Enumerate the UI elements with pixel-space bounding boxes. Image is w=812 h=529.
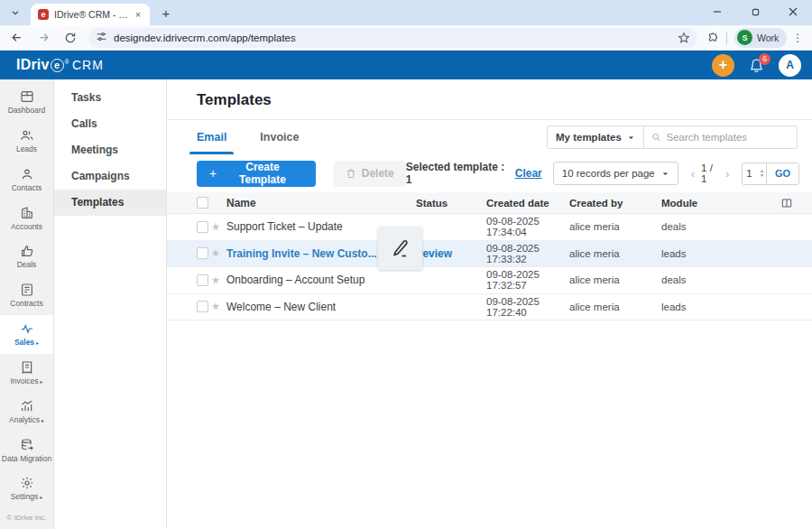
- pen-icon: [390, 237, 411, 259]
- browser-tab-strip: e IDrive® CRM - Templates × +: [0, 0, 812, 25]
- template-name[interactable]: Welcome – New Client: [226, 301, 416, 313]
- submenu-item-templates[interactable]: Templates: [54, 190, 166, 216]
- column-header-status[interactable]: Status: [416, 198, 486, 209]
- next-page-icon[interactable]: ›: [725, 167, 729, 181]
- sidebar-item-deals[interactable]: Deals: [0, 237, 53, 276]
- row-checkbox[interactable]: [197, 301, 208, 312]
- delete-button[interactable]: Delete: [334, 161, 406, 187]
- prev-page-icon[interactable]: ‹: [691, 167, 695, 181]
- goto-page-control: ▲▼ GO: [742, 162, 799, 185]
- created-by: alice meria: [569, 221, 661, 232]
- sales-submenu: Tasks Calls Meetings Campaigns Templates: [54, 79, 167, 529]
- favorite-star-icon[interactable]: ★: [211, 301, 226, 312]
- window-controls: [698, 0, 812, 23]
- page-title: Templates: [167, 79, 812, 120]
- module: deals: [661, 221, 759, 232]
- extensions-icon[interactable]: [706, 32, 719, 44]
- select-all-checkbox[interactable]: [197, 197, 208, 209]
- records-per-page-dropdown[interactable]: 10 records per page: [553, 162, 678, 185]
- tab-email[interactable]: Email: [197, 120, 226, 154]
- url-text[interactable]: designdev.idrivecrm.com/app/templates: [114, 32, 678, 43]
- submenu-item-meetings[interactable]: Meetings: [54, 137, 166, 163]
- column-header-module[interactable]: Module: [661, 198, 759, 209]
- user-avatar[interactable]: A: [779, 54, 801, 77]
- forward-icon[interactable]: [32, 27, 54, 49]
- clear-selection-link[interactable]: Clear: [515, 167, 542, 180]
- row-checkbox[interactable]: [197, 221, 208, 233]
- browser-profile-button[interactable]: S Work: [734, 28, 787, 48]
- column-header-created-by[interactable]: Created by: [569, 198, 661, 209]
- app-header: IDrive®CRM + 6 A: [0, 51, 812, 79]
- sales-icon: [20, 321, 34, 336]
- create-template-button[interactable]: + Create Template: [197, 161, 316, 187]
- sidebar-item-settings[interactable]: Settings▸: [0, 469, 53, 508]
- submenu-arrow-icon: ▸: [41, 379, 43, 385]
- reload-icon[interactable]: [60, 27, 81, 49]
- idrive-crm-logo: IDrive®CRM: [16, 57, 104, 73]
- favorite-star-icon[interactable]: ★: [211, 221, 226, 233]
- table-row[interactable]: ★ Support Ticket – Update 09-08-2025 17:…: [167, 214, 812, 241]
- quick-add-button[interactable]: +: [712, 54, 734, 77]
- sidebar-item-contacts[interactable]: Contacts: [0, 161, 53, 200]
- table-row[interactable]: ★ Welcome – New Client 09-08-2025 17:22:…: [167, 294, 812, 321]
- window-minimize-button[interactable]: [698, 0, 736, 23]
- tab-close-icon[interactable]: ×: [132, 8, 144, 21]
- module: leads: [661, 302, 759, 312]
- row-checkbox[interactable]: [197, 247, 208, 259]
- copyright-text: © IDrive Inc.: [0, 508, 53, 529]
- created-date: 09-08-2025 17:34:04: [486, 216, 569, 237]
- created-by: alice meria: [569, 274, 661, 285]
- number-spinner-icons[interactable]: ▲▼: [760, 169, 764, 178]
- dashboard-icon: [20, 89, 34, 104]
- created-by: alice meria: [569, 248, 661, 259]
- sidebar-item-dashboard[interactable]: Dashboard: [0, 83, 53, 122]
- back-icon[interactable]: [5, 27, 27, 49]
- logo-text: IDriv: [16, 57, 50, 73]
- column-header-name[interactable]: Name: [226, 197, 416, 209]
- created-date: 09-08-2025 17:33:32: [486, 243, 569, 264]
- browser-tab-active[interactable]: e IDrive® CRM - Templates ×: [31, 4, 150, 25]
- window-close-button[interactable]: [774, 0, 812, 23]
- sidebar-item-sales[interactable]: Sales▸: [0, 315, 53, 354]
- new-tab-button[interactable]: +: [155, 2, 177, 23]
- search-input[interactable]: [667, 132, 789, 143]
- table-row-selected[interactable]: ★ Training Invite – New Custo... Preview…: [167, 241, 812, 268]
- submenu-item-tasks[interactable]: Tasks: [54, 85, 166, 111]
- template-name[interactable]: Onboarding – Account Setup: [226, 274, 416, 286]
- module: leads: [661, 248, 759, 259]
- created-date: 09-08-2025 17:22:40: [486, 296, 569, 318]
- address-bar[interactable]: designdev.idrivecrm.com/app/templates: [88, 28, 697, 48]
- favorite-star-icon[interactable]: ★: [211, 274, 226, 286]
- filter-search-group: My templates: [547, 125, 798, 149]
- sidebar-item-contracts[interactable]: Contracts: [0, 276, 53, 315]
- sidebar-item-data-migration[interactable]: Data Migration: [0, 431, 53, 469]
- search-icon: [651, 132, 661, 143]
- template-filter-dropdown[interactable]: My templates: [548, 126, 644, 148]
- sidebar-item-invoices[interactable]: Invoices▸: [0, 354, 53, 393]
- site-info-icon[interactable]: [96, 31, 107, 45]
- sidebar-item-analytics[interactable]: Analytics▸: [0, 393, 53, 432]
- row-checkbox[interactable]: [197, 274, 208, 286]
- page-indicator: 1 / 1: [701, 162, 719, 184]
- contacts-icon: [20, 167, 34, 181]
- primary-sidebar: Dashboard Leads Contacts Accounts Deals …: [0, 79, 54, 529]
- template-name-link[interactable]: Training Invite – New Custo...: [226, 247, 377, 260]
- column-header-created-date[interactable]: Created date: [486, 198, 569, 209]
- notifications-button[interactable]: 6: [749, 58, 764, 73]
- browser-toolbar: designdev.idrivecrm.com/app/templates S …: [0, 25, 812, 51]
- browser-menu-icon[interactable]: ⋮: [792, 32, 803, 44]
- tab-search-chevron-icon[interactable]: [4, 4, 27, 22]
- sidebar-item-accounts[interactable]: Accounts: [0, 199, 53, 237]
- bookmark-star-icon[interactable]: [678, 32, 690, 44]
- tab-invoice[interactable]: Invoice: [260, 120, 299, 154]
- selected-count-text: Selected template : 1: [406, 161, 508, 186]
- sidebar-item-leads[interactable]: Leads: [0, 122, 53, 161]
- table-row[interactable]: ★ Onboarding – Account Setup 09-08-2025 …: [167, 267, 812, 294]
- favorite-star-icon[interactable]: ★: [211, 247, 226, 259]
- window-maximize-button[interactable]: [736, 0, 774, 23]
- column-settings-icon[interactable]: [759, 197, 812, 209]
- submenu-item-campaigns[interactable]: Campaigns: [54, 163, 166, 190]
- submenu-arrow-icon: ▸: [40, 495, 42, 500]
- submenu-item-calls[interactable]: Calls: [54, 111, 166, 137]
- go-button[interactable]: GO: [767, 163, 798, 184]
